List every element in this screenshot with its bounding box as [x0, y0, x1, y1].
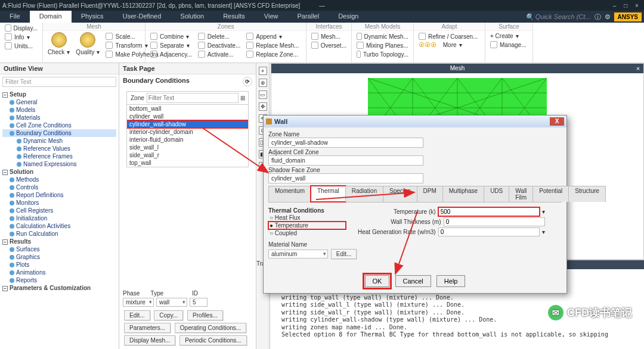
cancel-button[interactable]: Cancel [395, 275, 431, 287]
tree-node[interactable]: Report Definitions [2, 191, 116, 199]
tab-solution[interactable]: Solution [171, 11, 213, 23]
create-surface-button[interactable]: + Create ▾ [489, 32, 529, 40]
append-button[interactable]: Append ▾ [245, 32, 300, 40]
zone-item[interactable]: interior-fluid_domain [127, 136, 248, 144]
tree-node[interactable]: Named Expressions [2, 160, 116, 168]
help-button[interactable]: Help [436, 275, 466, 287]
zone-item[interactable]: side_wall_l [127, 144, 248, 151]
material-dropdown[interactable]: aluminum [268, 250, 328, 258]
zone-item[interactable]: interior-cylinder_domain [127, 128, 248, 136]
dialog-tab-potential[interactable]: Potential [532, 186, 569, 202]
copy-button[interactable]: Copy... [154, 310, 183, 320]
tree-node[interactable]: −Solution [2, 168, 116, 176]
dialog-close-icon[interactable]: X [550, 117, 564, 126]
zone-item[interactable]: cylinder_wall-shadow [127, 120, 248, 128]
type-dropdown[interactable]: wall [156, 298, 187, 307]
parameters-button[interactable]: Parameters... [124, 323, 171, 333]
zone-item[interactable]: cylinder_wall [127, 113, 248, 120]
dialog-tab-radiation[interactable]: Radiation [345, 186, 383, 202]
minimize-button[interactable]: – [609, 2, 619, 9]
more-adapt-button[interactable]: ⦿⦿⦿ More ▾ [417, 41, 481, 49]
thickness-input[interactable] [444, 217, 545, 226]
tree-node[interactable]: Surfaces [2, 245, 116, 253]
zoom-icon[interactable]: ⊕ [259, 79, 267, 87]
zone-filter-icon[interactable]: ⊞ [239, 95, 247, 101]
edit-button[interactable]: Edit... [124, 310, 150, 320]
display-mesh-button[interactable]: Display Mesh... [124, 335, 175, 345]
dialog-tab-wall film[interactable]: Wall Film [509, 186, 533, 202]
manage-surface-button[interactable]: Manage... [489, 40, 529, 49]
select-icon[interactable]: ▭ [259, 91, 267, 99]
tree-node[interactable]: Dynamic Mesh [2, 137, 116, 145]
tree-node[interactable]: −Setup [2, 91, 116, 98]
tree-node[interactable]: Boundary Conditions [2, 129, 116, 137]
temperature-dd[interactable]: ▾ [542, 208, 545, 215]
opt-temperature[interactable]: ● Temperature [268, 222, 346, 229]
dialog-tab-uds[interactable]: UDS [484, 186, 509, 202]
tree-node[interactable]: Controls [2, 183, 116, 191]
tab-design[interactable]: Design [329, 11, 368, 23]
tab-user-defined[interactable]: User-Defined [113, 11, 171, 23]
outline-tree[interactable]: −SetupGeneralModelsMaterialsCell Zone Co… [0, 89, 119, 293]
dialog-tab-species[interactable]: Species [383, 186, 417, 202]
tree-node[interactable]: Models [2, 106, 116, 114]
temperature-input[interactable] [438, 207, 540, 216]
close-button[interactable]: × [632, 2, 642, 9]
ok-button[interactable]: OK [365, 275, 390, 287]
tree-node[interactable]: Initialization [2, 214, 116, 222]
replace-zone-button[interactable]: Replace Zone... [245, 50, 300, 58]
dialog-titlebar[interactable]: Wall X [264, 116, 566, 127]
settings-icon[interactable]: ⚙ [605, 13, 611, 21]
quality-button[interactable]: Quality ▾ [75, 48, 101, 56]
zone-item[interactable]: bottom_wall [127, 105, 248, 113]
tree-node[interactable]: Animations [2, 269, 116, 276]
tree-node[interactable]: Reference Values [2, 145, 116, 152]
activate-button[interactable]: Activate... [197, 50, 242, 58]
tree-node[interactable]: Run Calculation [2, 230, 116, 238]
interfaces-mesh-button[interactable]: Mesh... [310, 32, 348, 40]
tree-node[interactable]: Reports [2, 276, 116, 284]
interfaces-overset-button[interactable]: Overset... [310, 41, 348, 49]
tree-node[interactable]: Calculation Activities [2, 222, 116, 230]
tree-node[interactable]: Cell Registers [2, 207, 116, 214]
replace-mesh-button[interactable]: Replace Mesh... [245, 41, 300, 49]
tab-parallel[interactable]: Parallel [287, 11, 329, 23]
tab-domain[interactable]: Domain [30, 11, 72, 23]
heatgen-dd[interactable]: ▾ [542, 229, 545, 235]
units-button[interactable]: Units... [4, 42, 39, 50]
opt-coupled[interactable]: ○ Coupled [268, 229, 346, 237]
profiles-button[interactable]: Profiles... [187, 310, 223, 320]
zone-item[interactable]: side_wall_r [127, 151, 248, 159]
mixing-planes-button[interactable]: Mixing Planes... [355, 41, 410, 49]
tree-node[interactable]: −Parameters & Customization [2, 284, 116, 292]
tree-node[interactable]: Cell Zone Conditions [2, 121, 116, 129]
tree-node[interactable]: Graphics [2, 253, 116, 261]
maximize-button[interactable]: □ [621, 2, 630, 9]
tab-view[interactable]: View [255, 11, 288, 23]
tab-physics[interactable]: Physics [72, 11, 113, 23]
combine-button[interactable]: Combine ▾ [149, 32, 193, 40]
dialog-tab-structure[interactable]: Structure [568, 186, 606, 202]
tab-results[interactable]: Results [213, 11, 255, 23]
refresh-icon[interactable]: ⟳ [243, 77, 252, 86]
operating-conditions-button[interactable]: Operating Conditions... [175, 323, 246, 333]
mesh-close-icon[interactable]: × [634, 64, 642, 73]
tree-node[interactable]: Reference Frames [2, 152, 116, 160]
heatgen-input[interactable] [438, 228, 540, 236]
adjacency-button[interactable]: Adjacency... [149, 50, 193, 58]
help-icon[interactable]: ⓘ [595, 13, 601, 21]
dialog-tab-momentum[interactable]: Momentum [268, 186, 311, 202]
fit-icon[interactable]: ⌖ [259, 67, 267, 75]
display-button[interactable]: Display... [4, 24, 39, 32]
zone-name-field[interactable]: cylinder_wall-shadow [268, 138, 423, 148]
zone-list[interactable]: bottom_wallcylinder_wallcylinder_wall-sh… [127, 104, 248, 167]
outline-filter[interactable]: Filter Text [2, 77, 116, 87]
phase-dropdown[interactable]: mixture [123, 298, 154, 307]
dynamic-mesh-button[interactable]: Dynamic Mesh... [355, 32, 410, 40]
tree-node[interactable]: Monitors [2, 199, 116, 207]
opt-heat-flux[interactable]: ○ Heat Flux [268, 214, 346, 222]
tree-node[interactable]: General [2, 98, 116, 106]
tree-node[interactable]: −Results [2, 238, 116, 245]
info-button[interactable]: Info ▾ [4, 33, 39, 41]
tree-node[interactable]: Methods [2, 176, 116, 183]
